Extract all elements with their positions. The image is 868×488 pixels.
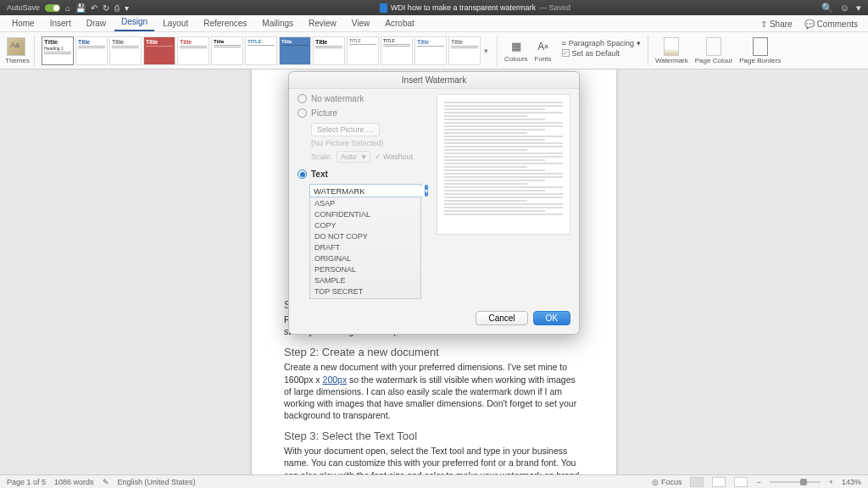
zoom-level[interactable]: 143% [842,478,861,486]
colours-icon: ▦ [509,39,524,54]
dropdown-option[interactable]: URGENT [310,297,420,299]
chevron-down-icon: ▾ [637,39,641,47]
tab-mailings[interactable]: Mailings [255,16,300,31]
zoom-slider[interactable] [770,481,821,483]
watermark-button[interactable]: Watermark [655,37,688,64]
page-indicator[interactable]: Page 1 of 5 [7,478,46,486]
spacing-icon: ≡ [562,39,566,47]
focus-mode[interactable]: ◎ Focus [652,478,682,486]
ok-button[interactable]: OK [533,311,570,325]
watermark-text-input[interactable] [310,186,424,196]
comment-icon: 💬 [804,19,815,29]
view-print-layout[interactable] [690,477,704,487]
share-button[interactable]: ⇧Share [755,17,798,31]
style-option[interactable]: TitleHeading 1 [42,36,74,65]
style-option[interactable]: Title [177,36,209,65]
themes-button[interactable]: Themes [5,37,27,64]
tab-design[interactable]: Design [114,14,154,31]
comments-button[interactable]: 💬Comments [799,17,863,31]
undo-icon[interactable]: ↶ [91,3,97,13]
doc-title: WDI how to make a transparent watermark [391,3,536,12]
dropdown-option[interactable]: DO NOT COPY [310,230,420,241]
colours-button[interactable]: ▦Colours [504,39,528,63]
select-picture-button: Select Picture … [311,123,380,136]
style-option[interactable]: Title [415,36,447,65]
page-colour-icon [706,37,721,56]
document-canvas: Step 1: Open Photoshop For the purposes … [0,69,868,474]
watermark-icon [664,37,679,56]
style-option[interactable]: Title [143,36,175,65]
dropdown-option[interactable]: DRAFT [310,241,420,252]
style-gallery: TitleHeading 1 Title Title Title Title T… [42,36,490,65]
view-outline[interactable] [734,477,748,487]
zoom-out[interactable]: − [756,478,760,486]
radio-no-watermark[interactable]: No watermark [298,94,428,103]
style-option[interactable]: TITLE [245,36,277,65]
style-option[interactable]: Title [75,36,108,65]
radio-text[interactable]: Text [298,169,428,179]
save-icon[interactable]: 💾 [75,3,86,13]
word-count[interactable]: 1086 words [54,478,94,486]
tab-view[interactable]: View [345,16,377,31]
themes-icon [7,37,25,56]
dropdown-option[interactable]: COPY [310,219,420,230]
set-default-button[interactable]: ✓Set as Default [562,49,641,58]
paragraph: With your document open, select the Text… [284,445,584,474]
style-option[interactable]: Title [279,36,311,65]
tab-draw[interactable]: Draw [80,16,113,31]
dropdown-option[interactable]: CONFIDENTIAL [310,208,420,219]
no-picture-label: (No Picture Selected) [311,139,428,147]
autosave-toggle[interactable] [45,4,60,12]
style-option[interactable]: Title [313,36,345,65]
dropdown-option[interactable]: PERSONAL [310,263,420,274]
dropdown-option[interactable]: ORIGINAL [310,252,420,263]
chevron-down-icon[interactable]: ▾ [856,3,861,14]
watermark-preview [437,94,570,235]
dropdown-option[interactable]: ASAP [310,197,420,208]
washout-checkbox: ✓ Washout [375,152,414,161]
watermark-text-combo[interactable]: ▾ [309,184,421,197]
dropdown-option[interactable]: TOP SECRET [310,286,420,297]
style-option[interactable]: Title [109,36,142,65]
page-borders-button[interactable]: Page Borders [739,37,781,64]
style-option[interactable]: TITLE [381,36,413,65]
print-icon[interactable]: ⎙ [114,3,120,13]
home-icon[interactable]: ⌂ [65,3,70,13]
spellcheck-icon[interactable]: ✎ [103,478,109,486]
dialog-title: Insert Watermark [289,72,579,89]
gallery-more-icon[interactable]: ▾ [482,47,490,55]
style-option[interactable]: Title [211,36,243,65]
paragraph: Create a new document with your preferre… [284,361,584,421]
tab-home[interactable]: Home [5,16,42,31]
zoom-in[interactable]: + [829,478,833,486]
page-borders-icon [753,37,768,56]
saved-indicator: — Saved [539,3,570,12]
fonts-button[interactable]: AaFonts [535,39,552,63]
watermark-text-dropdown[interactable]: ASAP CONFIDENTIAL COPY DO NOT COPY DRAFT… [309,197,421,299]
account-icon[interactable]: ☺ [840,3,849,14]
language-indicator[interactable]: English (United States) [118,478,196,486]
tab-acrobat[interactable]: Acrobat [378,16,420,31]
status-bar: Page 1 of 5 1086 words ✎ English (United… [0,474,868,488]
page-colour-button[interactable]: Page Colour [695,37,732,64]
heading: Step 2: Create a new document [284,346,584,358]
style-option[interactable]: Title [448,36,481,65]
tab-layout[interactable]: Layout [156,16,195,31]
paragraph-spacing-button[interactable]: ≡Paragraph Spacing ▾ [562,39,641,47]
scale-select: Auto▾ [337,151,370,163]
cancel-button[interactable]: Cancel [476,311,527,325]
search-icon[interactable]: 🔍 [821,3,833,14]
word-doc-icon [380,3,387,13]
dropdown-option[interactable]: SAMPLE [310,274,420,286]
tab-references[interactable]: References [197,16,253,31]
style-option[interactable]: TITLE [347,36,379,65]
tab-review[interactable]: Review [302,16,343,31]
tab-insert[interactable]: Insert [43,16,78,31]
combo-arrow-icon[interactable]: ▾ [425,185,428,197]
ribbon-tabs: Home Insert Draw Design Layout Reference… [0,15,868,32]
redo-icon[interactable]: ↻ [103,3,109,13]
link[interactable]: 200px [323,374,348,385]
radio-picture[interactable]: Picture [298,108,428,118]
view-web-layout[interactable] [712,477,726,487]
check-icon: ✓ [562,49,570,57]
